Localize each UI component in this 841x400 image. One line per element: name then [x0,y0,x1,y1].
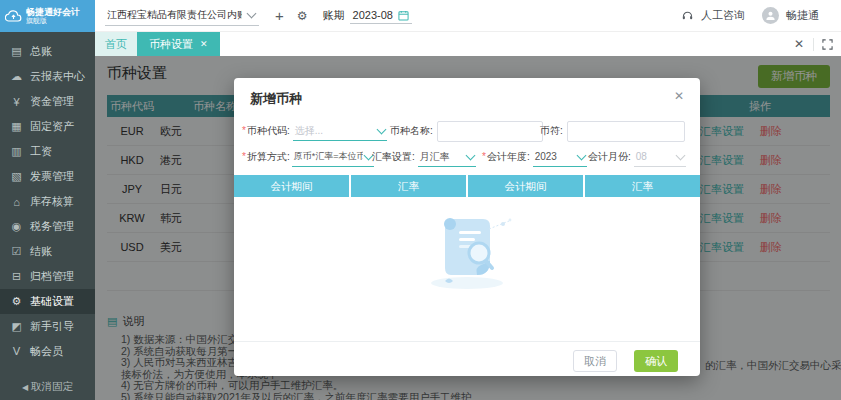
field-fiscal-month: 会计月份: 08 [588,146,686,168]
settings-icon: ⚙ [10,295,23,308]
guide-icon: ◩ [10,320,23,333]
cloud-logo-icon [5,10,22,23]
tab-close-icon[interactable]: ✕ [200,39,208,49]
close-icon[interactable]: ✕ [674,89,684,103]
field-rate-setting: 汇率设置: 月汇率 [372,146,476,168]
sidebar-menu: ▤ 总账 ☁ 云报表中心 ¥ 资金管理 ▦ 固定资产 [0,32,95,364]
close-pane-icon[interactable]: ✕ [785,37,813,51]
inventory-icon: ⌂ [10,196,23,208]
sidebar-item-label: 云报表中心 [30,69,85,84]
invoice-icon: ▧ [10,170,23,183]
logo-title: 畅捷通好会计 [26,7,80,17]
rate-table-column: 会计期间 [468,175,583,197]
field-conversion-method: *折算方式: 原币*汇率=本位币 [242,146,374,168]
accounting-period: 账期 2023-08 [323,7,412,24]
fixed-assets-icon: ▦ [10,120,23,133]
headset-icon[interactable] [681,9,694,22]
tax-icon: ◉ [10,220,23,233]
field-fiscal-year: *会计年度: 2023 [482,146,587,168]
sidebar-item[interactable]: ▦ 固定资产 [0,114,95,139]
currency-code-select[interactable]: 选择... [293,121,387,141]
sidebar-item-label: 库存核算 [30,194,74,209]
tab-strip-actions: ✕ [785,32,841,56]
rate-table-column: 会计期间 [234,175,349,197]
empty-state-illustration [417,207,517,297]
modal-footer: 取消 确认 [234,341,700,377]
ledger-icon: ▤ [10,45,23,58]
chevron-down-icon [465,150,475,160]
archive-icon: ⊟ [10,270,23,283]
currency-symbol-input[interactable] [567,121,685,142]
sidebar-item-label: 工资 [30,144,52,159]
sidebar-item-label: 总账 [30,44,52,59]
company-name: 江西程宝精品有限责任公司内账套 [107,8,242,22]
field-currency-symbol: 币符: [540,120,685,142]
chevron-down-icon [576,150,586,160]
sidebar-item[interactable]: ▧ 发票管理 [0,164,95,189]
company-selector[interactable]: 江西程宝精品有限责任公司内账套 [105,5,259,26]
modal-title: 新增币种 [250,90,302,108]
sidebar-item[interactable]: ▥ 工资 [0,139,95,164]
cancel-button[interactable]: 取消 [573,350,617,372]
payroll-icon: ▥ [10,145,23,158]
topbar: 江西程宝精品有限责任公司内账套 + ⚙ 账期 2023-08 [95,0,841,32]
sidebar-item[interactable]: ⌂ 库存核算 [0,189,95,214]
sidebar-item[interactable]: ◩ 新手引导 [0,314,95,339]
consult-link[interactable]: 人工咨询 [701,8,745,23]
sidebar-item-label: 归档管理 [30,269,74,284]
add-account-set-icon[interactable]: + [275,8,284,23]
fullscreen-icon[interactable] [814,39,841,50]
rate-setting-select[interactable]: 月汇率 [418,147,476,167]
tab-label: 币种设置 [149,37,193,52]
sidebar-item-label: 税务管理 [30,219,74,234]
username[interactable]: 畅捷通 [786,8,819,23]
calendar-icon [398,10,409,21]
avatar[interactable] [762,7,779,24]
required-mark: * [242,125,246,136]
sidebar-item-label: 发票管理 [30,169,74,184]
gear-icon[interactable]: ⚙ [297,10,308,22]
unpin-sidebar-button[interactable]: ◀取消固定 [0,380,95,394]
sidebar-item[interactable]: ⊟ 归档管理 [0,264,95,289]
tab-home[interactable]: 首页 [95,32,137,56]
chevron-down-icon [247,8,257,18]
sidebar-item-label: 资金管理 [30,94,74,109]
sidebar-item-label: 畅会员 [30,344,63,359]
unpin-label: 取消固定 [31,380,73,392]
sidebar-item[interactable]: ⚙ 基础设置 [0,289,95,314]
logo-subtitle: 旗舰版 [26,17,80,25]
rate-table-column: 汇率 [585,175,700,197]
collapse-icon: ◀ [22,383,28,392]
sidebar-item[interactable]: ▤ 总账 [0,39,95,64]
funds-icon: ¥ [10,96,23,108]
tab-strip: 首页 币种设置 ✕ ✕ [95,32,841,56]
tab-currency-settings[interactable]: 币种设置 ✕ [137,32,220,56]
confirm-button[interactable]: 确认 [634,350,678,372]
currency-name-input[interactable] [437,121,543,142]
period-label: 账期 [323,8,345,23]
sidebar-item[interactable]: ¥ 资金管理 [0,89,95,114]
sidebar: 畅捷通好会计 旗舰版 ▤ 总账 ☁ 云报表中心 ¥ 资金管理 [0,0,95,400]
rate-table-column: 汇率 [351,175,466,197]
sidebar-item[interactable]: ☁ 云报表中心 [0,64,95,89]
member-icon: Ⅴ [10,345,23,358]
sidebar-item[interactable]: ☑ 结账 [0,239,95,264]
conversion-method-select[interactable]: 原币*汇率=本位币 [292,147,374,167]
fiscal-month-select[interactable]: 08 [634,147,686,167]
app-logo: 畅捷通好会计 旗舰版 [0,0,95,32]
sidebar-item[interactable]: ◉ 税务管理 [0,214,95,239]
sidebar-item-label: 基础设置 [30,294,74,309]
sidebar-item-label: 结账 [30,244,52,259]
user-icon [765,10,776,21]
chevron-down-icon [376,124,386,134]
fiscal-year-select[interactable]: 2023 [533,147,587,167]
field-currency-name: 币种名称: [390,120,543,142]
document-search-illustration [417,207,517,293]
app-window: 畅捷通好会计 旗舰版 ▤ 总账 ☁ 云报表中心 ¥ 资金管理 [0,0,841,400]
cloud-report-icon: ☁ [10,70,23,83]
period-value: 2023-08 [353,9,393,21]
add-currency-modal: 新增币种 ✕ *币种代码: 选择... 币种名称: 币符: *折算方式: 原币*… [234,78,700,376]
rate-table-header: 会计期间 汇率 会计期间 汇率 [234,175,700,197]
period-picker[interactable]: 2023-08 [350,7,412,24]
sidebar-item[interactable]: Ⅴ 畅会员 [0,339,95,364]
